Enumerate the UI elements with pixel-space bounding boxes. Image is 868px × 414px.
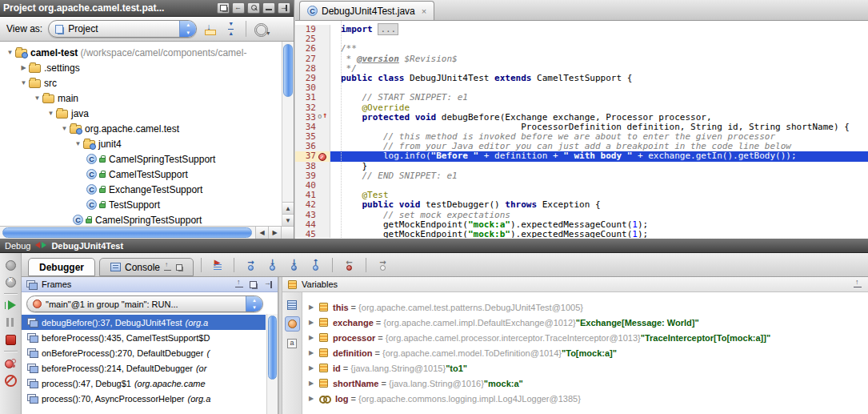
- chevron-down-icon[interactable]: [5, 49, 15, 56]
- code-line[interactable]: 25: [295, 34, 868, 44]
- code-line[interactable]: 19import ...: [295, 25, 868, 34]
- expand-arrow-icon[interactable]: [309, 303, 319, 311]
- chevron-down-icon[interactable]: [59, 125, 70, 132]
- scroll-down-arrow[interactable]: ▼: [282, 214, 294, 226]
- tree-item[interactable]: org.apache.camel.test: [0, 121, 294, 136]
- tab-close-icon[interactable]: ×: [422, 6, 426, 16]
- line-number-gutter[interactable]: 31: [295, 93, 330, 102]
- line-number-gutter[interactable]: 37: [295, 151, 330, 161]
- rerun-button[interactable]: [5, 259, 16, 270]
- code-line[interactable]: 39 // END SNIPPET: e1: [295, 171, 868, 181]
- tree-item[interactable]: camel-test (/workspace/camel/components/…: [0, 45, 294, 60]
- stop-button[interactable]: [5, 334, 16, 344]
- tree-item[interactable]: TestSupport: [0, 197, 294, 212]
- tree-item[interactable]: main: [0, 90, 294, 106]
- pin-icon[interactable]: [247, 2, 260, 14]
- dock-window-icon[interactable]: [232, 2, 245, 14]
- expand-arrow-icon[interactable]: [309, 319, 319, 326]
- line-number-gutter[interactable]: 42: [295, 200, 330, 210]
- tree-item[interactable]: junit4: [0, 136, 294, 151]
- expand-arrow-icon[interactable]: [309, 380, 319, 387]
- pause-button[interactable]: [5, 317, 16, 328]
- tree-item[interactable]: CamelSpringTestSupport: [0, 212, 294, 226]
- scroll-from-source-button[interactable]: [202, 21, 218, 37]
- project-tree-hscrollbar[interactable]: ◀ ▶: [0, 226, 294, 239]
- breakpoint-icon[interactable]: [318, 153, 326, 161]
- code-area[interactable]: 19import ...2526/**27 * @version $Revisi…: [295, 21, 868, 238]
- chevron-down-icon[interactable]: [32, 94, 42, 102]
- expand-arrow-icon[interactable]: [309, 395, 319, 402]
- scrollbar-thumb[interactable]: [283, 44, 293, 97]
- auto-variables-mode-button[interactable]: [285, 316, 300, 332]
- tree-item[interactable]: CamelTestSupport: [0, 167, 294, 182]
- console-float-icon[interactable]: [175, 263, 182, 271]
- variable-row[interactable]: this = {org.apache.camel.test.patterns.D…: [302, 299, 868, 315]
- tab-debugger[interactable]: Debugger: [28, 258, 95, 276]
- scroll-up-arrow[interactable]: ▲: [282, 202, 294, 214]
- console-export-icon[interactable]: [164, 263, 171, 271]
- line-number-gutter[interactable]: 38: [295, 162, 330, 171]
- chevron-down-icon[interactable]: [46, 110, 56, 117]
- code-line[interactable]: 45 getMockEndpoint("mock:b").expectedMes…: [295, 230, 868, 238]
- scroll-left-arrow[interactable]: ◀: [255, 227, 268, 239]
- variable-row[interactable]: exchange = {org.apache.camel.impl.Defaul…: [302, 315, 868, 330]
- project-tree-viewport[interactable]: camel-test (/workspace/camel/components/…: [0, 42, 294, 226]
- override-method-icon[interactable]: [318, 113, 327, 122]
- step-over-button[interactable]: [242, 258, 259, 272]
- gear-icon[interactable]: [252, 21, 268, 37]
- variable-row[interactable]: id = {java.lang.String@1015}"to1": [302, 360, 868, 376]
- project-panel-titlebar[interactable]: Project org.apache.camel.test.pat...: [0, 0, 294, 17]
- select-stepper-icon[interactable]: [179, 21, 196, 37]
- line-number-gutter[interactable]: 26: [295, 44, 330, 54]
- code-line[interactable]: 29public class DebugJUnit4Test extends C…: [295, 74, 868, 83]
- scrollbar-thumb[interactable]: [2, 227, 252, 238]
- frame-row[interactable]: process():47, Debug$1 (org.apache.came: [22, 376, 266, 391]
- scroll-right-arrow[interactable]: ▶: [268, 227, 281, 239]
- force-step-into-button[interactable]: [286, 258, 302, 272]
- run-to-cursor-button[interactable]: [374, 258, 391, 272]
- hide-frames-icon[interactable]: [263, 280, 273, 289]
- evaluate-expression-button[interactable]: [285, 297, 300, 312]
- line-number-gutter[interactable]: 43: [295, 211, 330, 220]
- editor-tab[interactable]: DebugJUnit4Test.java ×: [299, 1, 434, 20]
- expand-arrow-icon[interactable]: [309, 334, 319, 341]
- frame-row[interactable]: beforeProcess():435, CamelTestSupport$D: [22, 330, 266, 345]
- expand-arrow-icon[interactable]: [309, 349, 319, 356]
- chevron-down-icon[interactable]: [18, 79, 29, 86]
- tree-item[interactable]: .settings: [0, 60, 294, 75]
- drop-frame-button[interactable]: [341, 258, 358, 272]
- text-view-button[interactable]: [285, 336, 300, 351]
- select-stepper-icon[interactable]: [246, 296, 262, 312]
- frames-vscrollbar[interactable]: [266, 314, 278, 414]
- chevron-right-icon[interactable]: [18, 64, 29, 71]
- expand-arrow-icon[interactable]: [309, 364, 319, 372]
- code-line[interactable]: 27 * @version $Revision$: [295, 54, 868, 64]
- frame-row[interactable]: beforeProcess():214, DefaultDebugger (or: [22, 360, 266, 376]
- code-line[interactable]: 37 log.info("Before " + definition + " w…: [295, 151, 868, 161]
- line-number-gutter[interactable]: 45: [295, 230, 330, 238]
- variable-row[interactable]: shortName = {java.lang.String@1016}"mock…: [302, 376, 868, 391]
- collapse-all-button[interactable]: [224, 21, 240, 37]
- thread-selector[interactable]: "main"@1 in group "main": RUN...: [26, 295, 263, 312]
- resume-button[interactable]: [5, 300, 16, 311]
- step-into-button[interactable]: [264, 258, 281, 272]
- view-as-select[interactable]: Project: [48, 20, 197, 38]
- project-tree-vscrollbar[interactable]: ▲ ▼: [282, 42, 294, 226]
- popup-frames-icon[interactable]: [234, 280, 244, 289]
- frame-row[interactable]: process():70, AsyncProcessorHelper (org.…: [22, 391, 266, 406]
- variable-row[interactable]: processor = {org.apache.camel.processor.…: [302, 330, 868, 345]
- step-out-button[interactable]: [307, 258, 324, 272]
- kill-button[interactable]: [5, 276, 16, 287]
- tree-item[interactable]: src: [0, 75, 294, 90]
- tree-item[interactable]: java: [0, 106, 294, 121]
- line-number-gutter[interactable]: 27: [295, 54, 330, 64]
- tree-item[interactable]: CamelSpringTestSupport: [0, 151, 294, 167]
- debug-titlebar[interactable]: Debug DebugJUnit4Test: [0, 239, 868, 253]
- frame-row[interactable]: onBeforeProcess():270, DefaultDebugger (: [22, 345, 266, 360]
- float-frames-icon[interactable]: [249, 280, 258, 289]
- minimize-icon[interactable]: [262, 2, 275, 14]
- float-window-icon[interactable]: [217, 2, 230, 14]
- popup-variables-icon[interactable]: [853, 280, 862, 289]
- scrollbar-thumb[interactable]: [268, 316, 277, 380]
- mute-bp-button[interactable]: [5, 375, 16, 385]
